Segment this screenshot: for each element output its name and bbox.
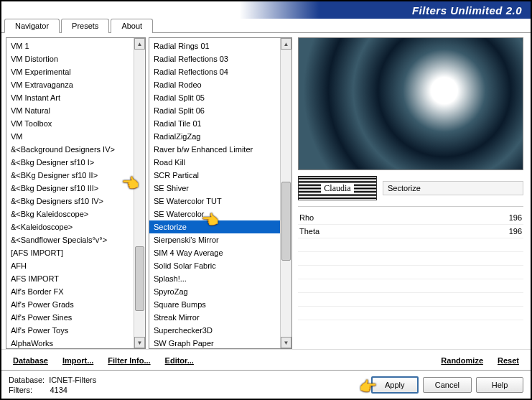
list-item[interactable]: Square Bumps — [149, 298, 291, 311]
list-item[interactable]: Radial Reflections 03 — [149, 52, 291, 65]
scroll-thumb[interactable] — [281, 182, 291, 261]
app-title: Filters Unlimited 2.0 — [412, 4, 522, 17]
list-item[interactable]: Radial Tile 01 — [149, 117, 291, 130]
list-item[interactable]: Road Kill — [149, 156, 291, 169]
filters-count: 4134 — [50, 386, 67, 394]
category-scrollbar[interactable]: ▲ ▼ — [134, 38, 145, 348]
list-item[interactable]: VM Instant Art — [6, 91, 145, 104]
list-item[interactable]: &<Bkg Designer sf10 III> — [6, 182, 145, 195]
list-item[interactable]: SCR Partical — [149, 169, 291, 182]
list-item[interactable]: Raver b/w Enhanced Limiter — [149, 143, 291, 156]
list-item[interactable]: Splash!... — [149, 272, 291, 285]
list-item[interactable]: Radial Reflections 04 — [149, 65, 291, 78]
footer: Database: ICNET-Filters Filters: 4134 👉 … — [1, 370, 531, 399]
list-item[interactable]: SE Watercolor TUT — [149, 195, 291, 208]
author-logo: Claudia — [298, 176, 377, 200]
category-list[interactable]: VM 1VM DistortionVM ExperimentalVM Extra… — [6, 38, 145, 348]
list-item[interactable]: Alf's Power Sines — [6, 311, 145, 324]
list-item[interactable]: Alf's Power Grads — [6, 298, 145, 311]
footer-meta: Database: ICNET-Filters Filters: 4134 — [9, 375, 349, 395]
param-row-empty — [298, 238, 523, 252]
list-item[interactable]: Radial Rings 01 — [149, 39, 291, 52]
list-item[interactable]: SW Graph Paper — [149, 337, 291, 348]
param-row[interactable]: Theta196 — [298, 225, 523, 238]
list-item[interactable]: VM 1 — [6, 39, 145, 52]
list-item[interactable]: VM Natural — [6, 104, 145, 117]
param-row-empty — [298, 279, 523, 293]
link-bar: Database Import... Filter Info... Editor… — [1, 349, 531, 370]
list-item[interactable]: Radial Rodeo — [149, 78, 291, 91]
param-row-empty — [298, 252, 523, 266]
list-item[interactable]: VM Distortion — [6, 52, 145, 65]
parameter-panel: Rho196Theta196 — [298, 206, 523, 320]
help-button[interactable]: Help — [476, 377, 523, 393]
tab-presets[interactable]: Presets — [61, 19, 109, 33]
randomize-link[interactable]: Randomize — [435, 354, 489, 367]
list-item[interactable]: &<Bkg Designer sf10 I> — [6, 156, 145, 169]
right-pane: Claudia Sectorize Rho196Theta196 — [295, 37, 526, 349]
list-item[interactable]: SIM 4 Way Average — [149, 246, 291, 259]
filter-list-wrap: Radial Rings 01Radial Reflections 03Radi… — [149, 37, 292, 349]
cancel-button[interactable]: Cancel — [423, 377, 472, 393]
db-value: ICNET-Filters — [49, 376, 96, 384]
category-list-wrap: VM 1VM DistortionVM ExperimentalVM Extra… — [6, 37, 146, 349]
list-item[interactable]: Alf's Power Toys — [6, 324, 145, 337]
list-item[interactable]: AFH — [6, 259, 145, 272]
list-item[interactable]: [AFS IMPORT] — [6, 246, 145, 259]
list-item[interactable]: VM Experimental — [6, 65, 145, 78]
list-item[interactable]: Sierpenski's Mirror — [149, 233, 291, 246]
info-bar: Claudia Sectorize — [298, 175, 523, 202]
scroll-thumb[interactable] — [135, 246, 144, 311]
param-value: 196 — [493, 213, 522, 222]
list-item[interactable]: &<Background Designers IV> — [6, 143, 145, 156]
list-item[interactable]: SE Watercolor — [149, 208, 291, 220]
list-item[interactable]: Superchecker3D — [149, 324, 291, 337]
param-row-empty — [298, 266, 523, 279]
tab-navigator[interactable]: Navigator — [4, 19, 60, 33]
author-name: Claudia — [321, 183, 353, 194]
reset-link[interactable]: Reset — [492, 354, 525, 367]
list-item[interactable]: &<Bkg Kaleidoscope> — [6, 208, 145, 220]
list-item[interactable]: Radial Split 05 — [149, 91, 291, 104]
param-value: 196 — [493, 227, 522, 236]
db-label: Database: — [9, 376, 45, 384]
list-item[interactable]: SpyroZag — [149, 285, 291, 298]
param-row-empty — [298, 307, 523, 320]
scroll-down-icon[interactable]: ▼ — [134, 337, 145, 348]
list-item[interactable]: VM Toolbox — [6, 117, 145, 130]
editor-link[interactable]: Editor... — [159, 354, 200, 367]
list-item[interactable]: RadialZigZag — [149, 130, 291, 143]
list-item[interactable]: SE Shiver — [149, 182, 291, 195]
list-item[interactable]: VM Extravaganza — [6, 78, 145, 91]
list-item[interactable]: AFS IMPORT — [6, 272, 145, 285]
current-filter-name: Sectorize — [383, 181, 523, 195]
list-item[interactable]: Solid Solar Fabric — [149, 259, 291, 272]
filter-info-link[interactable]: Filter Info... — [102, 354, 156, 367]
list-item[interactable]: Alf's Border FX — [6, 285, 145, 298]
import-link[interactable]: Import... — [57, 354, 99, 367]
filter-list[interactable]: Radial Rings 01Radial Reflections 03Radi… — [149, 38, 291, 348]
list-item[interactable]: &<Sandflower Specials°v°> — [6, 233, 145, 246]
list-item[interactable]: AlphaWorks — [6, 337, 145, 348]
list-item[interactable]: Streak Mirror — [149, 311, 291, 324]
scroll-up-icon[interactable]: ▲ — [134, 38, 145, 50]
main-content: VM 1VM DistortionVM ExperimentalVM Extra… — [1, 33, 531, 349]
title-bar: Filters Unlimited 2.0 — [1, 1, 531, 19]
list-item[interactable]: &<Kaleidoscope> — [6, 220, 145, 233]
list-item[interactable]: &<Bkg Designers sf10 IV> — [6, 195, 145, 208]
scroll-up-icon[interactable]: ▲ — [281, 38, 291, 50]
list-item[interactable]: VM — [6, 130, 145, 143]
list-item[interactable]: Sectorize — [149, 220, 291, 233]
scroll-down-icon[interactable]: ▼ — [281, 337, 291, 348]
apply-button[interactable]: Apply — [371, 376, 419, 394]
tab-strip: Navigator Presets About — [1, 18, 531, 33]
list-item[interactable]: Radial Split 06 — [149, 104, 291, 117]
param-row-empty — [298, 293, 523, 307]
tab-about[interactable]: About — [111, 19, 153, 33]
param-label: Theta — [299, 227, 493, 236]
filter-scrollbar[interactable]: ▲ ▼ — [280, 38, 291, 348]
param-row[interactable]: Rho196 — [298, 211, 523, 225]
database-link[interactable]: Database — [7, 354, 54, 367]
list-item[interactable]: &<BKg Designer sf10 II> — [6, 169, 145, 182]
filter-preview — [298, 37, 523, 170]
